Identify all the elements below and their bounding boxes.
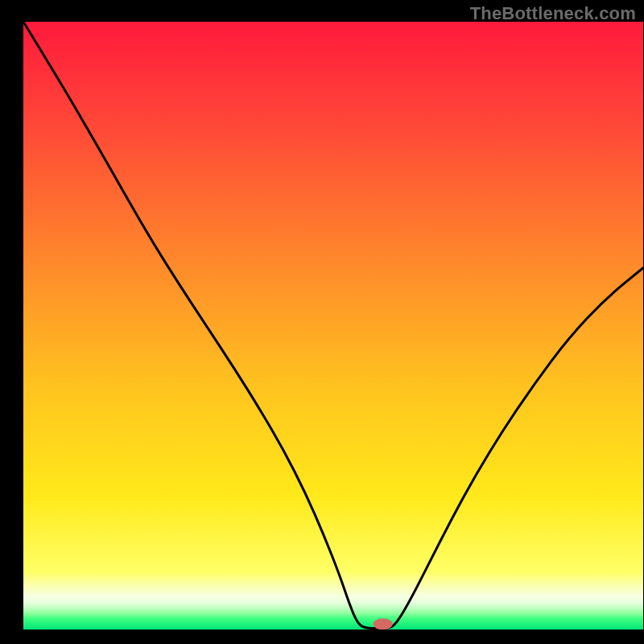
watermark-text: TheBottleneck.com (470, 3, 636, 24)
optimum-marker (374, 618, 393, 630)
plot-background (23, 22, 643, 630)
bottleneck-chart (0, 0, 644, 644)
chart-frame: TheBottleneck.com (0, 0, 644, 644)
